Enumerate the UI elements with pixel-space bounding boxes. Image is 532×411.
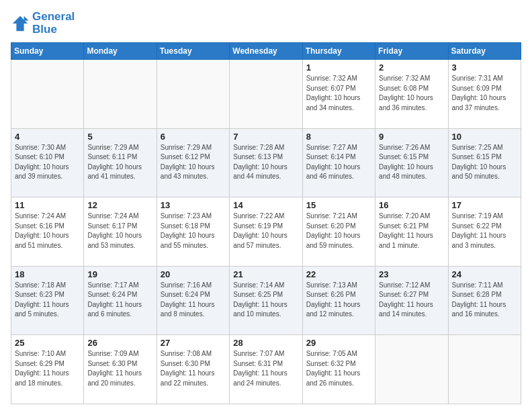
calendar-cell: 29Sunrise: 7:05 AM Sunset: 6:32 PM Dayli… [302,335,375,404]
weekday-header-thursday: Thursday [302,43,375,60]
day-info: Sunrise: 7:16 AM Sunset: 6:24 PM Dayligh… [161,281,226,320]
calendar-cell: 10Sunrise: 7:25 AM Sunset: 6:15 PM Dayli… [448,128,521,197]
day-number: 28 [233,338,298,348]
day-number: 7 [233,132,298,142]
day-number: 16 [379,200,444,210]
calendar-cell [375,335,448,404]
calendar-cell [230,60,302,129]
day-info: Sunrise: 7:10 AM Sunset: 6:29 PM Dayligh… [15,349,80,388]
day-info: Sunrise: 7:14 AM Sunset: 6:25 PM Dayligh… [233,281,298,320]
day-info: Sunrise: 7:08 AM Sunset: 6:30 PM Dayligh… [161,349,226,388]
day-number: 3 [452,62,517,73]
day-number: 9 [379,132,444,142]
day-number: 2 [379,62,444,73]
calendar-cell: 14Sunrise: 7:22 AM Sunset: 6:19 PM Dayli… [230,197,302,267]
day-number: 24 [452,269,517,279]
calendar-cell: 2Sunrise: 7:32 AM Sunset: 6:08 PM Daylig… [375,60,448,129]
calendar-cell: 8Sunrise: 7:27 AM Sunset: 6:14 PM Daylig… [302,128,375,197]
calendar-cell: 23Sunrise: 7:12 AM Sunset: 6:27 PM Dayli… [375,266,448,335]
day-number: 23 [379,269,444,279]
day-info: Sunrise: 7:24 AM Sunset: 6:16 PM Dayligh… [15,212,80,250]
calendar-cell: 15Sunrise: 7:21 AM Sunset: 6:20 PM Dayli… [302,197,375,267]
calendar-cell: 20Sunrise: 7:16 AM Sunset: 6:24 PM Dayli… [157,266,229,335]
day-info: Sunrise: 7:22 AM Sunset: 6:19 PM Dayligh… [233,212,298,250]
day-number: 8 [306,132,371,142]
weekday-header-friday: Friday [375,43,448,60]
day-info: Sunrise: 7:23 AM Sunset: 6:18 PM Dayligh… [161,212,226,250]
calendar-cell [84,60,157,129]
calendar-cell: 3Sunrise: 7:31 AM Sunset: 6:09 PM Daylig… [448,60,521,129]
logo-icon [11,14,30,33]
day-info: Sunrise: 7:25 AM Sunset: 6:15 PM Dayligh… [452,143,517,182]
day-number: 15 [306,200,371,210]
day-info: Sunrise: 7:29 AM Sunset: 6:11 PM Dayligh… [87,143,152,182]
day-info: Sunrise: 7:28 AM Sunset: 6:13 PM Dayligh… [233,143,298,182]
calendar-cell: 22Sunrise: 7:13 AM Sunset: 6:26 PM Dayli… [302,266,375,335]
day-number: 6 [161,132,226,142]
calendar-cell: 18Sunrise: 7:18 AM Sunset: 6:23 PM Dayli… [11,266,84,335]
day-number: 17 [452,200,517,210]
day-info: Sunrise: 7:09 AM Sunset: 6:30 PM Dayligh… [87,349,152,388]
calendar-cell: 5Sunrise: 7:29 AM Sunset: 6:11 PM Daylig… [84,128,157,197]
day-info: Sunrise: 7:20 AM Sunset: 6:21 PM Dayligh… [379,212,444,250]
day-number: 11 [15,200,80,210]
calendar-cell: 16Sunrise: 7:20 AM Sunset: 6:21 PM Dayli… [375,197,448,267]
calendar-cell: 26Sunrise: 7:09 AM Sunset: 6:30 PM Dayli… [84,335,157,404]
week-row-4: 18Sunrise: 7:18 AM Sunset: 6:23 PM Dayli… [11,266,521,335]
calendar-cell: 12Sunrise: 7:24 AM Sunset: 6:17 PM Dayli… [84,197,157,267]
day-info: Sunrise: 7:07 AM Sunset: 6:31 PM Dayligh… [233,349,298,388]
day-info: Sunrise: 7:05 AM Sunset: 6:32 PM Dayligh… [306,349,371,388]
week-row-3: 11Sunrise: 7:24 AM Sunset: 6:16 PM Dayli… [11,197,521,267]
day-info: Sunrise: 7:32 AM Sunset: 6:07 PM Dayligh… [306,74,371,113]
calendar-cell [157,60,229,129]
calendar-cell: 6Sunrise: 7:29 AM Sunset: 6:12 PM Daylig… [157,128,229,197]
week-row-5: 25Sunrise: 7:10 AM Sunset: 6:29 PM Dayli… [11,335,521,404]
day-number: 1 [306,62,371,73]
day-info: Sunrise: 7:32 AM Sunset: 6:08 PM Dayligh… [379,74,444,113]
day-number: 19 [87,269,152,279]
day-info: Sunrise: 7:17 AM Sunset: 6:24 PM Dayligh… [87,281,152,320]
day-number: 26 [87,338,152,348]
day-number: 20 [161,269,226,279]
calendar-cell [448,335,521,404]
day-info: Sunrise: 7:27 AM Sunset: 6:14 PM Dayligh… [306,143,371,182]
calendar-cell: 24Sunrise: 7:11 AM Sunset: 6:28 PM Dayli… [448,266,521,335]
day-number: 5 [87,132,152,142]
header: General Blue [11,11,521,36]
day-number: 12 [87,200,152,210]
day-info: Sunrise: 7:30 AM Sunset: 6:10 PM Dayligh… [15,143,80,182]
day-info: Sunrise: 7:18 AM Sunset: 6:23 PM Dayligh… [15,281,80,320]
day-number: 22 [306,269,371,279]
week-row-2: 4Sunrise: 7:30 AM Sunset: 6:10 PM Daylig… [11,128,521,197]
day-info: Sunrise: 7:31 AM Sunset: 6:09 PM Dayligh… [452,74,517,113]
calendar-cell: 28Sunrise: 7:07 AM Sunset: 6:31 PM Dayli… [230,335,302,404]
day-info: Sunrise: 7:24 AM Sunset: 6:17 PM Dayligh… [87,212,152,250]
calendar-cell: 17Sunrise: 7:19 AM Sunset: 6:22 PM Dayli… [448,197,521,267]
calendar-cell: 7Sunrise: 7:28 AM Sunset: 6:13 PM Daylig… [230,128,302,197]
calendar-cell: 4Sunrise: 7:30 AM Sunset: 6:10 PM Daylig… [11,128,84,197]
day-number: 21 [233,269,298,279]
day-number: 25 [15,338,80,348]
calendar-cell: 25Sunrise: 7:10 AM Sunset: 6:29 PM Dayli… [11,335,84,404]
calendar-table: SundayMondayTuesdayWednesdayThursdayFrid… [11,42,521,404]
calendar-cell: 11Sunrise: 7:24 AM Sunset: 6:16 PM Dayli… [11,197,84,267]
day-info: Sunrise: 7:12 AM Sunset: 6:27 PM Dayligh… [379,281,444,320]
weekday-header-monday: Monday [84,43,157,60]
day-info: Sunrise: 7:21 AM Sunset: 6:20 PM Dayligh… [306,212,371,250]
weekday-header-tuesday: Tuesday [157,43,229,60]
calendar-cell: 1Sunrise: 7:32 AM Sunset: 6:07 PM Daylig… [302,60,375,129]
svg-marker-1 [24,15,29,20]
calendar-cell: 13Sunrise: 7:23 AM Sunset: 6:18 PM Dayli… [157,197,229,267]
day-number: 27 [161,338,226,348]
logo: General Blue [11,11,75,36]
weekday-header-saturday: Saturday [448,43,521,60]
weekday-header-sunday: Sunday [11,43,84,60]
day-info: Sunrise: 7:13 AM Sunset: 6:26 PM Dayligh… [306,281,371,320]
logo-text: General Blue [32,11,75,36]
day-number: 14 [233,200,298,210]
calendar-cell: 21Sunrise: 7:14 AM Sunset: 6:25 PM Dayli… [230,266,302,335]
calendar-cell: 9Sunrise: 7:26 AM Sunset: 6:15 PM Daylig… [375,128,448,197]
day-info: Sunrise: 7:26 AM Sunset: 6:15 PM Dayligh… [379,143,444,182]
day-number: 18 [15,269,80,279]
day-info: Sunrise: 7:29 AM Sunset: 6:12 PM Dayligh… [161,143,226,182]
